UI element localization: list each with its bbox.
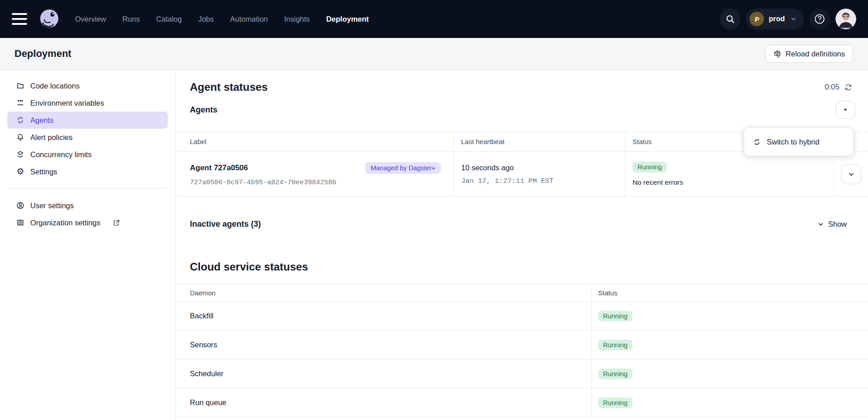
deployment-switcher[interactable]: P prod xyxy=(746,9,804,29)
agent-sync-icon xyxy=(16,116,24,124)
sidebar-item-user-settings[interactable]: User settings xyxy=(7,197,168,214)
chevron-down-icon xyxy=(817,220,825,228)
column-header-last-heartbeat: Last heartbeat xyxy=(453,132,625,151)
cloud-services-table: Daemon Status Backfill Running Sensors R… xyxy=(175,284,868,417)
managed-by-badge: Managed by Dagster+ xyxy=(365,162,441,174)
agent-status-cell: Running No recent errors xyxy=(625,152,834,196)
nav-item-insights[interactable]: Insights xyxy=(284,15,310,23)
page-title: Deployment xyxy=(14,48,71,60)
status-badge: Running xyxy=(598,311,632,322)
org-avatar: P xyxy=(750,12,764,26)
deployment-sidebar: Code locations *** Environment variables… xyxy=(0,70,175,420)
gear-icon: ⚙ xyxy=(16,168,24,176)
daemon-row-run-queue: Run queue Running xyxy=(175,388,868,417)
search-icon xyxy=(725,14,735,24)
daemon-name: Sensors xyxy=(175,331,591,359)
daemon-status-cell: Running xyxy=(591,331,868,359)
show-inactive-agents-toggle[interactable]: Show xyxy=(817,220,847,229)
auto-refresh: 0:05 xyxy=(825,83,853,92)
column-header-label: Label xyxy=(175,132,453,151)
caret-down-icon xyxy=(842,106,849,113)
sidebar-divider xyxy=(7,188,168,189)
agent-name: Agent 727a0506 xyxy=(190,163,248,173)
daemon-status-cell: Running xyxy=(591,302,868,330)
daemon-row-sensors: Sensors Running xyxy=(175,331,868,359)
heartbeat-timestamp: Jan 17, 1:27:11 PM EST xyxy=(461,177,618,185)
cloud-table-header: Daemon Status xyxy=(175,285,868,302)
bell-icon xyxy=(16,133,24,141)
daemon-name: Backfill xyxy=(175,302,591,330)
nav-item-catalog[interactable]: Catalog xyxy=(156,15,182,23)
sidebar-item-label: Code locations xyxy=(30,82,80,90)
dagster-logo-icon[interactable] xyxy=(37,7,61,31)
sidebar-item-label: Agents xyxy=(30,116,53,125)
sidebar-item-concurrency-limits[interactable]: Concurrency limits xyxy=(7,146,168,163)
status-badge: Running xyxy=(598,369,632,379)
user-circle-icon xyxy=(16,201,24,210)
agent-row-expand-button[interactable] xyxy=(841,164,861,184)
nav-item-deployment[interactable]: Deployment xyxy=(326,15,368,23)
agents-section-title: Agents xyxy=(190,105,217,115)
nav-item-jobs[interactable]: Jobs xyxy=(198,15,214,23)
sidebar-item-organization-settings[interactable]: Organization settings xyxy=(7,214,168,231)
help-button[interactable] xyxy=(809,9,830,29)
page-header: Deployment Reload definitions xyxy=(0,38,868,70)
sidebar-item-settings[interactable]: ⚙ Settings xyxy=(7,163,168,180)
agents-dropdown-menu: Switch to hybrid xyxy=(744,128,853,156)
reload-code-location-icon xyxy=(773,50,782,58)
refresh-countdown: 0:05 xyxy=(825,83,840,92)
nav-item-automation[interactable]: Automation xyxy=(230,15,268,23)
daemon-name: Scheduler xyxy=(175,359,591,388)
daemon-row-scheduler: Scheduler Running xyxy=(175,359,868,388)
agent-actions-cell xyxy=(834,152,868,196)
inactive-agents-title: Inactive agents (3) xyxy=(190,219,261,229)
column-header-status: Status xyxy=(591,285,868,301)
sidebar-item-code-locations[interactable]: Code locations xyxy=(7,77,168,94)
agents-page: Agent statuses 0:05 Agents Label Last he… xyxy=(175,70,868,420)
agent-sync-icon xyxy=(753,138,761,146)
deployment-name: prod xyxy=(769,15,785,23)
sidebar-item-label: User settings xyxy=(30,201,74,210)
menu-icon[interactable] xyxy=(12,13,27,25)
sidebar-item-environment-variables[interactable]: *** Environment variables xyxy=(7,94,168,112)
refresh-icon[interactable] xyxy=(844,83,853,92)
agent-heartbeat-cell: 10 seconds ago Jan 17, 1:27:11 PM EST xyxy=(453,152,625,196)
sidebar-item-label: Organization settings xyxy=(30,219,100,227)
cloud-service-statuses-title: Cloud service statuses xyxy=(190,261,854,273)
agents-menu-button[interactable] xyxy=(836,101,855,119)
organization-icon xyxy=(16,219,24,227)
sidebar-item-label: Concurrency limits xyxy=(30,150,92,159)
status-detail: No recent errors xyxy=(632,178,826,187)
sidebar-item-alert-policies[interactable]: Alert policies xyxy=(7,129,168,146)
menu-item-switch-to-hybrid[interactable]: Switch to hybrid xyxy=(744,131,853,152)
nav-item-runs[interactable]: Runs xyxy=(123,15,140,23)
primary-nav: Overview Runs Catalog Jobs Automation In… xyxy=(75,15,369,23)
nav-item-overview[interactable]: Overview xyxy=(75,15,106,23)
navbar-actions: P prod xyxy=(720,9,856,29)
reload-definitions-button[interactable]: Reload definitions xyxy=(765,45,853,63)
agent-table-row: Agent 727a0506 Managed by Dagster+ 727a0… xyxy=(175,152,868,197)
agent-id: 727a0506-8c97-4b95-a024-70ee3984258b xyxy=(190,179,446,187)
layers-icon xyxy=(16,150,24,159)
heartbeat-relative: 10 seconds ago xyxy=(461,163,618,172)
column-header-daemon: Daemon xyxy=(175,285,591,301)
search-button[interactable] xyxy=(720,9,741,29)
chevron-down-icon xyxy=(847,170,855,178)
menu-item-label: Switch to hybrid xyxy=(767,138,819,146)
show-toggle-label: Show xyxy=(828,220,847,229)
status-badge: Running xyxy=(598,397,632,408)
variables-icon: *** xyxy=(16,99,24,107)
sidebar-item-label: Alert policies xyxy=(30,133,73,142)
daemon-row-backfill: Backfill Running xyxy=(175,302,868,331)
user-avatar[interactable] xyxy=(835,9,856,29)
reload-definitions-label: Reload definitions xyxy=(786,50,845,58)
folder-icon xyxy=(16,82,24,90)
daemon-status-cell: Running xyxy=(591,359,868,388)
sidebar-item-agents[interactable]: Agents xyxy=(7,112,168,129)
external-link-icon xyxy=(113,219,120,227)
help-icon xyxy=(814,13,826,25)
sidebar-item-label: Environment variables xyxy=(30,99,104,107)
daemon-status-cell: Running xyxy=(591,388,868,417)
sidebar-item-label: Settings xyxy=(30,168,57,176)
svg-text:***: *** xyxy=(18,99,24,104)
